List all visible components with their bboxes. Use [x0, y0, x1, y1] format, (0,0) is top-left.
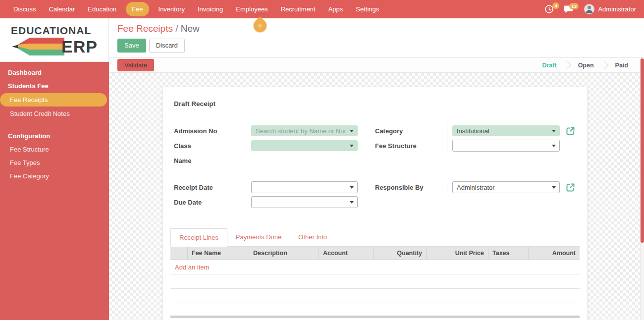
- tab-receipt-lines[interactable]: Receipt Lines: [170, 228, 227, 247]
- due-date-label: Due Date: [174, 195, 246, 210]
- person-icon: [585, 4, 594, 14]
- sidebar-item-fee-receipts[interactable]: Fee Receipts: [0, 93, 107, 107]
- dropdown-caret-icon: [552, 130, 556, 132]
- nav-item-inventory[interactable]: Inventory: [152, 0, 191, 18]
- breadcrumb-parent-link[interactable]: Fee Receipts: [117, 23, 173, 34]
- nav-item-settings[interactable]: Settings: [349, 0, 385, 18]
- group-category: Category Institutional Fee Structure: [375, 123, 576, 168]
- table-row: [170, 274, 580, 289]
- user-avatar: [584, 4, 594, 14]
- class-label: Class: [174, 138, 246, 153]
- name-label: Name: [174, 153, 246, 168]
- nav-item-fee[interactable]: Fee: [123, 0, 152, 18]
- notebook: Receipt Lines Payments Done Other Info F…: [162, 228, 588, 318]
- form-sheet: Draft Receipt Admission No Search studen…: [162, 87, 588, 320]
- breadcrumb: Fee Receipts / New: [117, 23, 644, 34]
- sheet-title: Draft Receipt: [162, 100, 588, 107]
- category-label: Category: [375, 123, 447, 138]
- scrollbar-thumb[interactable]: [641, 58, 644, 243]
- tab-other-info[interactable]: Other Info: [290, 228, 335, 246]
- col-fee-name: Fee Name: [187, 247, 249, 260]
- messages-button[interactable]: 13: [564, 5, 573, 13]
- chevron-right-icon: [563, 61, 571, 69]
- table-header-row: Fee Name Description Account Quantity Un…: [170, 247, 580, 260]
- dropdown-caret-icon: [552, 145, 556, 147]
- control-panel: Fee Receipts / New Save Discard: [109, 18, 644, 58]
- sidebar-spacer: [0, 120, 109, 129]
- receipt-date-select[interactable]: [251, 181, 358, 193]
- due-date-select[interactable]: [251, 196, 358, 208]
- nav-item-employees[interactable]: Employees: [229, 0, 274, 18]
- tab-payments-done[interactable]: Payments Done: [227, 228, 290, 246]
- col-description: Description: [249, 247, 319, 260]
- nav-item-discuss[interactable]: Discuss: [7, 0, 43, 18]
- group-dates: Receipt Date Due Date: [174, 180, 375, 210]
- messages-badge: 13: [569, 3, 579, 9]
- status-paid[interactable]: Paid: [608, 62, 635, 69]
- dropdown-caret-icon: [552, 186, 556, 189]
- form-group-top: Admission No Search student by Name or N…: [162, 123, 588, 168]
- sidebar-item-dashboard[interactable]: Dashboard: [0, 66, 109, 79]
- sidebar-item-fee-category[interactable]: Fee Category: [0, 169, 109, 183]
- user-name: Administrator: [598, 5, 636, 13]
- dropdown-caret-icon: [350, 186, 354, 189]
- admission-no-select[interactable]: Search student by Name or Numb: [251, 125, 358, 136]
- sidebar: Dashboard Students Fee Fee Receipts Stud…: [0, 62, 109, 320]
- class-select[interactable]: [251, 140, 358, 151]
- vertical-scrollbar: [640, 58, 644, 320]
- dropdown-caret-icon: [350, 201, 354, 204]
- status-draft[interactable]: Draft: [535, 62, 563, 69]
- status-open[interactable]: Open: [571, 62, 601, 69]
- sidebar-item-students-fee[interactable]: Students Fee: [0, 79, 109, 93]
- fee-structure-select[interactable]: [452, 140, 560, 152]
- activities-badge: 4: [552, 2, 559, 9]
- table-row: [170, 289, 580, 303]
- responsible-by-label: Responsible By: [375, 180, 447, 195]
- breadcrumb-current: New: [181, 23, 200, 34]
- app-window: Discuss Calendar Education Fee Inventory…: [0, 0, 644, 320]
- group-student: Admission No Search student by Name or N…: [174, 123, 375, 168]
- chevron-right-icon: [600, 61, 608, 69]
- nav-item-recruitment[interactable]: Recruitment: [274, 0, 322, 18]
- validate-button[interactable]: Validate: [117, 59, 154, 72]
- brand-subtitle: ERP: [61, 38, 98, 55]
- brand-logo: EDUCATIONAL ERP: [0, 18, 109, 62]
- save-button[interactable]: Save: [117, 39, 146, 53]
- responsible-by-value: Administrator: [457, 184, 495, 191]
- top-nav: Discuss Calendar Education Fee Inventory…: [0, 0, 644, 18]
- tab-bar: Receipt Lines Payments Done Other Info: [170, 228, 580, 247]
- top-nav-systray: 4 13 Administrator: [544, 4, 644, 14]
- receipt-lines-table: Fee Name Description Account Quantity Un…: [170, 247, 580, 318]
- col-taxes: Taxes: [488, 247, 528, 260]
- admission-no-label: Admission No: [174, 123, 246, 138]
- nav-item-education[interactable]: Education: [81, 0, 123, 18]
- brand-title: EDUCATIONAL: [11, 25, 108, 36]
- external-link-icon[interactable]: [566, 126, 575, 136]
- add-an-item-link[interactable]: Add an item: [170, 260, 580, 274]
- responsible-by-select[interactable]: Administrator: [452, 181, 560, 193]
- col-account: Account: [319, 247, 373, 260]
- discard-button[interactable]: Discard: [149, 39, 185, 53]
- sidebar-item-configuration[interactable]: Configuration: [0, 129, 109, 143]
- sidebar-item-student-credit-notes[interactable]: Student Credit Notes: [0, 107, 109, 120]
- nav-item-invoicing[interactable]: Invoicing: [191, 0, 229, 18]
- form-status-strip: Validate Draft Open Paid: [109, 58, 640, 73]
- receipt-date-label: Receipt Date: [174, 180, 246, 195]
- nav-item-apps[interactable]: Apps: [322, 0, 350, 18]
- category-value: Institutional: [457, 127, 489, 135]
- col-quantity: Quantity: [373, 247, 426, 260]
- col-amount: Amount: [528, 247, 580, 260]
- category-select[interactable]: Institutional: [452, 125, 560, 136]
- sidebar-item-fee-structure[interactable]: Fee Structure: [0, 143, 109, 156]
- external-link-icon[interactable]: [566, 183, 575, 192]
- activities-button[interactable]: 4: [544, 4, 554, 14]
- sidebar-item-fee-types[interactable]: Fee Types: [0, 156, 109, 169]
- pencil-logo-icon: [11, 38, 64, 55]
- nav-item-calendar[interactable]: Calendar: [43, 0, 82, 18]
- user-menu[interactable]: Administrator: [584, 4, 636, 14]
- section-separator: [170, 316, 580, 318]
- name-field[interactable]: [246, 153, 375, 168]
- nav-item-fee-label: Fee: [126, 2, 149, 16]
- statusbar: Draft Open Paid: [535, 58, 635, 72]
- form-group-bottom: Receipt Date Due Date: [162, 180, 588, 210]
